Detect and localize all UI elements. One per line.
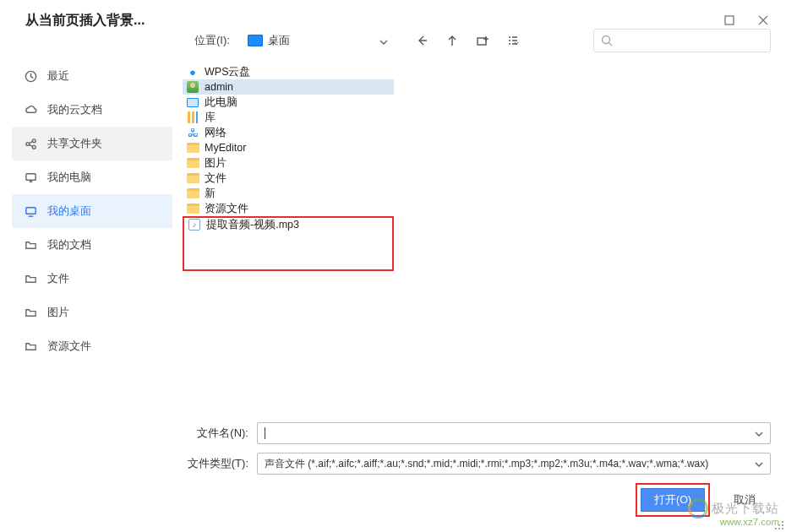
share-icon (24, 137, 37, 150)
sidebar: 最近 我的云文档 共享文件夹 我的电脑 我的桌面 我的文档 文件 图片 资源文件 (12, 59, 172, 363)
folder-icon (24, 272, 37, 285)
new-folder-button[interactable] (475, 33, 490, 48)
clock-icon (24, 69, 37, 83)
new-folder-icon (476, 34, 489, 47)
desktop-icon (24, 204, 37, 218)
file-name: admin (205, 81, 233, 93)
filetype-label: 文件类型(T): (183, 456, 248, 471)
monitor-icon (24, 171, 37, 184)
file-row[interactable]: 文件 (183, 171, 394, 186)
file-row[interactable]: 资源文件 (183, 201, 394, 216)
view-list-icon (506, 34, 520, 47)
open-button[interactable]: 打开(O) (641, 488, 705, 512)
sidebar-item-mypc[interactable]: 我的电脑 (12, 160, 172, 194)
back-button[interactable] (414, 33, 429, 48)
square-icon (724, 15, 734, 25)
filename-input[interactable] (257, 422, 771, 444)
folder-icon (24, 238, 37, 252)
sidebar-item-label: 我的桌面 (47, 204, 91, 219)
file-row[interactable]: 图片 (183, 155, 394, 171)
folder-icon (186, 141, 199, 155)
file-name: 图片 (205, 156, 227, 171)
file-name: 库 (205, 111, 216, 125)
arrow-up-icon (445, 34, 459, 47)
search-icon (601, 35, 613, 46)
filetype-select[interactable]: 声音文件 (*.aif;*.aifc;*.aiff;*.au;*.snd;*.m… (257, 453, 771, 475)
filename-label: 文件名(N): (183, 426, 248, 441)
folder-icon (186, 187, 199, 200)
sidebar-item-files[interactable]: 文件 (12, 262, 172, 296)
user-icon (186, 80, 199, 94)
library-icon (186, 111, 199, 124)
chevron-down-icon (755, 459, 763, 468)
file-row[interactable]: admin (183, 79, 394, 95)
bottom-bar: 文件名(N): 文件类型(T): 声音文件 (*.aif;*.aifc;*.ai… (183, 422, 771, 517)
svg-point-2 (603, 36, 610, 44)
folder-icon (186, 202, 199, 215)
sidebar-item-mycloud[interactable]: 我的云文档 (12, 93, 172, 127)
location-label: 位置(I): (194, 33, 230, 48)
toolbar: 位置(I): 桌面 (194, 25, 771, 56)
chevron-down-icon (755, 429, 763, 437)
file-row[interactable]: ●WPS云盘 (183, 64, 394, 79)
sidebar-item-label: 我的电脑 (47, 170, 91, 185)
file-row[interactable]: MyEditor (183, 140, 394, 155)
sidebar-item-label: 最近 (47, 68, 69, 84)
file-row[interactable]: 🖧网络 (183, 125, 394, 140)
sidebar-item-recent[interactable]: 最近 (12, 59, 172, 93)
file-name: 此电脑 (205, 95, 237, 110)
sidebar-item-label: 我的云文档 (47, 102, 102, 117)
nav-buttons (414, 33, 521, 48)
sidebar-item-label: 图片 (47, 305, 69, 320)
svg-point-4 (25, 142, 29, 145)
search-box[interactable] (593, 29, 771, 52)
close-icon (758, 15, 768, 25)
desktop-icon (248, 35, 263, 46)
svg-point-5 (32, 138, 35, 142)
sidebar-item-pictures[interactable]: 图片 (12, 296, 172, 329)
sidebar-item-mydocs[interactable]: 我的文档 (12, 228, 172, 262)
folder-icon (24, 306, 37, 319)
watermark-url: www.xz7.com (688, 517, 779, 527)
cancel-button[interactable]: 取消 (734, 492, 756, 508)
file-name: 新 (205, 187, 216, 201)
up-button[interactable] (445, 33, 460, 48)
filename-value (265, 427, 265, 439)
sidebar-item-label: 共享文件夹 (47, 136, 102, 151)
svg-rect-7 (25, 173, 35, 180)
sidebar-item-label: 资源文件 (47, 339, 91, 354)
annotation-box (183, 229, 394, 271)
cloud-icon (24, 103, 37, 117)
music-file-icon: ♪ (188, 218, 201, 231)
sidebar-item-mydesktop[interactable]: 我的桌面 (12, 194, 172, 228)
sidebar-item-label: 文件 (47, 271, 69, 286)
svg-rect-0 (725, 16, 734, 24)
arrow-left-icon (415, 34, 428, 47)
location-select[interactable]: 桌面 (242, 30, 394, 51)
file-list: ●WPS云盘 admin 此电脑 库 🖧网络 MyEditor 图片 文件 新 … (183, 64, 771, 422)
search-input[interactable] (618, 35, 763, 46)
svg-point-6 (32, 145, 35, 149)
file-row[interactable]: 库 (183, 110, 394, 125)
sidebar-item-resources[interactable]: 资源文件 (12, 329, 172, 363)
folder-icon (186, 156, 199, 170)
window-title: 从当前页插入背景... (10, 12, 145, 30)
sidebar-item-shared[interactable]: 共享文件夹 (12, 127, 172, 160)
file-name: 资源文件 (205, 202, 248, 216)
resize-grip[interactable] (774, 520, 784, 530)
folder-icon (186, 171, 199, 185)
annotation-box: 打开(O) (636, 483, 710, 517)
cloud-icon: ● (186, 65, 199, 79)
pc-icon (186, 95, 199, 109)
network-icon: 🖧 (186, 126, 199, 139)
view-toggle-button[interactable] (505, 33, 521, 48)
file-row[interactable]: 此电脑 (183, 95, 394, 110)
chevron-down-icon (379, 36, 388, 45)
location-value: 桌面 (268, 33, 290, 48)
file-name: 网络 (205, 126, 227, 140)
filetype-value: 声音文件 (*.aif;*.aifc;*.aiff;*.au;*.snd;*.m… (265, 457, 708, 471)
file-name: 文件 (205, 171, 227, 186)
sidebar-item-label: 我的文档 (47, 237, 91, 252)
file-row[interactable]: 新 (183, 186, 394, 201)
file-name: 提取音频-视频.mp3 (206, 218, 299, 232)
